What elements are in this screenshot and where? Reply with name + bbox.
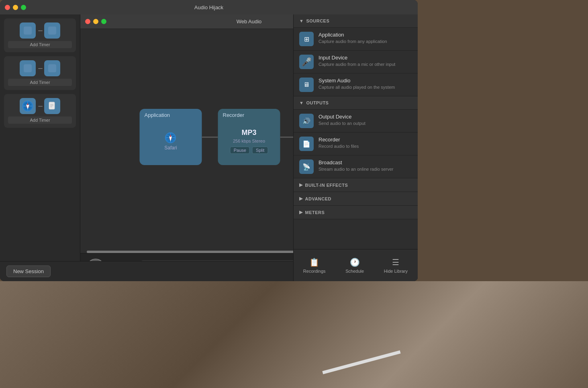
add-timer-button-3[interactable]: Add Timer [8,116,72,124]
output-device-output-text: Output Device Send audio to an output [318,114,412,127]
outputs-chevron: ▼ [299,100,304,105]
session-item[interactable]: --- Add Timer [4,18,76,52]
new-session-button[interactable]: New Session [6,265,51,277]
system-audio-source-text: System Audio Capture all audio played on… [318,78,412,90]
application-source-item[interactable]: ⊞ Application Capture audio from any app… [294,28,418,51]
app-icon: ⊞ [304,35,309,43]
output-device-output-icon: 🔊 [299,114,314,128]
left-sidebar: --- Add Timer -- [0,14,80,281]
built-in-effects-section-header[interactable]: ▶ BUILT-IN EFFECTS [294,178,418,192]
system-audio-source-icon: 🖥 [299,78,314,92]
recorder-output-title: Recorder [318,137,412,143]
application-node-label: Application [143,112,170,118]
outer-title-bar: Audio Hijack [0,0,418,14]
outputs-header-label: OUTPUTS [306,100,329,105]
broadcast-output-item[interactable]: 📡 Broadcast Stream audio to an online ra… [294,155,418,178]
sources-chevron: ▼ [299,18,304,23]
built-in-effects-chevron: ▶ [299,182,303,188]
application-source-icon: ⊞ [299,32,314,46]
input-device-source-icon: 🎤 [299,55,314,69]
recordings-tab-label: Recordings [303,269,326,274]
hide-library-tab-label: Hide Library [384,269,408,274]
session-icons: --- [20,98,61,114]
svg-rect-2 [24,64,32,72]
advanced-section-header[interactable]: ▶ ADVANCED [294,192,418,206]
close-button[interactable] [5,5,10,10]
minimize-button[interactable] [13,5,18,10]
svg-rect-1 [48,27,56,35]
schedule-tab[interactable]: 🕐 Schedule [341,254,369,277]
inner-traffic-lights [85,19,106,24]
svg-rect-3 [48,64,56,72]
session-icons: --- [20,60,61,76]
pause-button[interactable]: Pause [230,147,250,154]
application-source-desc: Capture audio from any application [318,39,412,45]
input-device-source-desc: Capture audio from a mic or other input [318,61,412,67]
inner-window-title: Web Audio [237,18,262,25]
recordings-icon: 📋 [309,257,319,267]
application-source-title: Application [318,32,412,38]
recorder-buttons: Pause Split [230,147,268,154]
recorder-output-item[interactable]: 📄 Recorder Record audio to files [294,133,418,155]
output-device-output-item[interactable]: 🔊 Output Device Send audio to an output [294,110,418,133]
output-device-output-title: Output Device [318,114,412,120]
outputs-section-header[interactable]: ▼ OUTPUTS [294,96,418,110]
recorder-node[interactable]: Recorder MP3 256 kbps Stereo Pause Split [218,109,280,165]
meters-chevron: ▶ [299,210,303,215]
svg-rect-0 [24,27,32,35]
broadcast-output-title: Broadcast [318,159,412,165]
built-in-effects-header-label: BUILT-IN EFFECTS [305,183,348,188]
session-item[interactable]: --- Add Timer [4,94,76,128]
split-button[interactable]: Split [252,147,268,154]
recorder-output-text: Recorder Record audio to files [318,137,412,149]
system-audio-source-item[interactable]: 🖥 System Audio Capture all audio played … [294,74,418,96]
speaker-output-icon: 🔊 [302,117,310,125]
input-device-source-item[interactable]: 🎤 Input Device Capture audio from a mic … [294,51,418,74]
recordings-tab[interactable]: 📋 Recordings [298,254,331,277]
advanced-chevron: ▶ [299,196,303,201]
session-separator: --- [38,27,42,34]
inner-minimize-button[interactable] [93,19,98,24]
outer-window: Audio Hijack --- [0,0,418,281]
outer-traffic-lights [5,5,26,10]
broadcast-output-text: Broadcast Stream audio to an online radi… [318,159,412,172]
session-right-icon [44,60,60,76]
mic-icon: 🎤 [302,57,312,67]
advanced-header-label: ADVANCED [305,196,332,201]
inner-maximize-button[interactable] [101,19,106,24]
session-icons: --- [20,22,61,39]
right-panel: ▼ SOURCES ⊞ Application Capture audio fr… [293,14,418,281]
session-separator: --- [38,102,42,110]
application-node-icon-area: Safari [164,120,177,162]
session-separator: --- [38,65,42,72]
session-right-icon [44,22,60,39]
hide-library-tab[interactable]: ☰ Hide Library [379,254,412,277]
hide-library-icon: ☰ [392,257,399,267]
recorder-node-content: MP3 256 kbps Stereo Pause Split [230,120,268,162]
session-item[interactable]: --- Add Timer [4,56,76,90]
sources-section-header[interactable]: ▼ SOURCES [294,14,418,28]
inner-close-button[interactable] [85,19,90,24]
application-node[interactable]: Application [140,109,202,165]
system-audio-source-title: System Audio [318,78,412,84]
maximize-button[interactable] [21,5,26,10]
connector-1 [202,137,218,138]
meters-header-label: METERS [305,210,325,215]
session-left-icon [20,22,36,39]
recorder-format: MP3 [241,129,256,137]
broadcast-output-desc: Stream audio to an online radio server [318,166,412,172]
session-left-icon [20,60,36,76]
add-timer-button-2[interactable]: Add Timer [8,79,72,86]
add-timer-button-1[interactable]: Add Timer [8,41,72,48]
application-node-sublabel: Safari [164,145,177,151]
broadcast-icon: 📡 [302,163,310,171]
session-safari-icon [20,98,36,114]
sources-header-label: SOURCES [306,18,329,23]
file-output-icon: 📄 [302,140,310,148]
meters-section-header[interactable]: ▶ METERS [294,206,418,219]
schedule-icon: 🕐 [350,257,360,267]
panel-bottom-tabs: 📋 Recordings 🕐 Schedule ☰ Hide Library [293,249,418,281]
monitor-icon: 🖥 [303,81,310,88]
outer-window-title: Audio Hijack [194,4,223,10]
output-device-output-desc: Send audio to an output [318,120,412,127]
